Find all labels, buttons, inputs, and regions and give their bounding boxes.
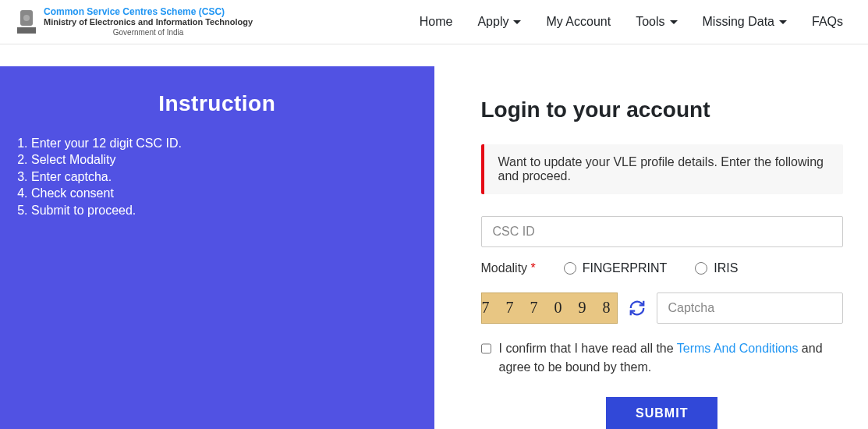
nav-faqs-label: FAQs [812,15,843,29]
terms-link[interactable]: Terms And Conditions [677,342,799,355]
captcha-image: 7 7 7 0 9 8 [481,292,618,324]
header-gov: Government of India [44,28,253,37]
instruction-item: Check consent [31,185,422,202]
emblem-icon [16,9,37,35]
submit-button[interactable]: SUBMIT [606,397,717,429]
nav-apply-label: Apply [477,15,508,29]
header: Common Service Centres Scheme (CSC) Mini… [0,0,868,44]
instruction-item: Select Modality [31,151,422,168]
consent-text: I confirm that I have read all the Terms… [499,339,844,377]
modality-row: Modality * FINGERPRINT IRIS [481,261,844,275]
nav-missing-label: Missing Data [703,15,774,29]
main-content: Instruction Enter your 12 digit CSC ID. … [0,66,868,429]
radio-iris-input[interactable] [695,262,707,275]
csc-id-input[interactable] [481,216,844,247]
nav-home-label: Home [420,15,453,29]
instruction-item: Enter your 12 digit CSC ID. [31,135,422,152]
nav-tools[interactable]: Tools [636,15,677,29]
brand: Common Service Centres Scheme (CSC) Mini… [16,6,253,37]
svg-point-2 [23,15,30,21]
nav-missing[interactable]: Missing Data [703,15,787,29]
instruction-list: Enter your 12 digit CSC ID. Select Modal… [12,135,422,219]
instruction-panel: Instruction Enter your 12 digit CSC ID. … [0,66,434,429]
nav-tools-label: Tools [636,15,664,29]
nav-account-label: My Account [546,15,611,29]
header-title: Common Service Centres Scheme (CSC) [44,6,253,17]
info-box: Want to update your VLE profile details.… [481,144,844,194]
radio-iris-label: IRIS [714,261,738,275]
main-nav: Home Apply My Account Tools Missing Data… [420,15,852,29]
header-ministry: Ministry of Electronics and Information … [44,17,253,27]
svg-rect-1 [17,27,36,34]
nav-faqs[interactable]: FAQs [812,15,843,29]
radio-fingerprint[interactable]: FINGERPRINT [564,261,667,275]
consent-row: I confirm that I have read all the Terms… [481,339,844,377]
captcha-row: 7 7 7 0 9 8 [481,292,844,324]
instruction-item: Submit to proceed. [31,202,422,219]
radio-fingerprint-label: FINGERPRINT [583,261,667,275]
instruction-title: Instruction [12,91,422,116]
instruction-item: Enter captcha. [31,168,422,186]
consent-checkbox[interactable] [481,342,491,355]
nav-account[interactable]: My Account [546,15,611,29]
radio-fingerprint-input[interactable] [564,262,576,275]
caret-icon [779,20,787,24]
modality-label: Modality * [481,261,536,275]
captcha-input[interactable] [657,292,844,324]
caret-icon [670,20,678,24]
nav-home[interactable]: Home [420,15,453,29]
refresh-icon[interactable] [629,300,646,317]
nav-apply[interactable]: Apply [477,15,521,29]
caret-icon [513,20,521,24]
login-title: Login to your account [481,98,844,122]
login-panel: Login to your account Want to update you… [434,66,869,429]
radio-iris[interactable]: IRIS [695,261,738,275]
